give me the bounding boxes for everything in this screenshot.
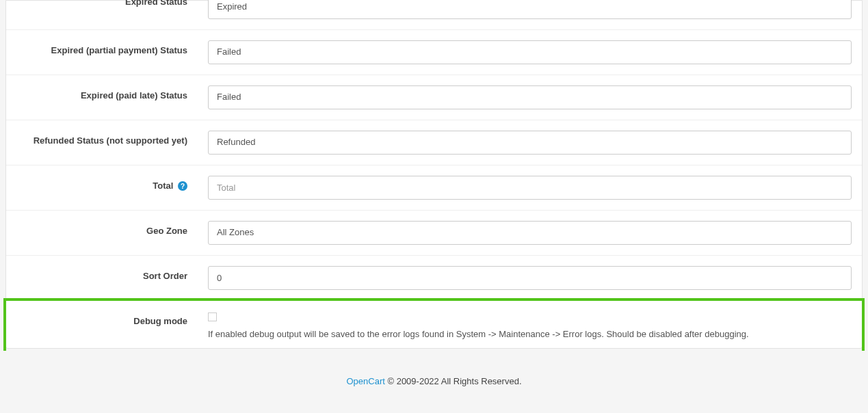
field-expired-partial: Expired (partial payment) Status Failed: [6, 30, 862, 75]
select-geo-zone[interactable]: All Zones: [208, 221, 852, 245]
label-expired-partial: Expired (partial payment) Status: [16, 40, 198, 55]
field-expired-paid-late: Expired (paid late) Status Failed: [6, 75, 862, 120]
label-geo-zone: Geo Zone: [16, 221, 198, 236]
select-expired-status[interactable]: Expired: [208, 0, 852, 19]
select-expired-paid-late[interactable]: Failed: [208, 85, 852, 109]
help-icon[interactable]: ?: [178, 181, 187, 191]
select-expired-partial[interactable]: Failed: [208, 40, 852, 64]
input-total[interactable]: [208, 176, 852, 200]
input-sort-order[interactable]: [208, 266, 852, 290]
field-sort-order: Sort Order: [6, 256, 862, 301]
label-refunded: Refunded Status (not supported yet): [16, 131, 198, 146]
settings-panel: Expired Status Expired Expired (partial …: [5, 0, 863, 349]
field-geo-zone: Geo Zone All Zones: [6, 211, 862, 256]
label-expired-paid-late: Expired (paid late) Status: [16, 85, 198, 101]
label-debug-mode: Debug mode: [16, 311, 198, 326]
footer-link[interactable]: OpenCart: [346, 376, 384, 386]
help-text-debug-mode: If enabled debug output will be saved to…: [208, 328, 852, 341]
select-refunded[interactable]: Refunded: [208, 131, 852, 155]
label-sort-order: Sort Order: [16, 266, 198, 281]
field-debug-mode: Debug mode If enabled debug output will …: [3, 298, 865, 351]
field-expired-status: Expired Status Expired: [6, 1, 862, 30]
footer-copyright: © 2009-2022 All Rights Reserved.: [385, 376, 522, 386]
checkbox-debug-mode[interactable]: [208, 312, 217, 321]
field-refunded: Refunded Status (not supported yet) Refu…: [6, 120, 862, 165]
label-total: Total ?: [16, 176, 198, 191]
label-expired-status: Expired Status: [16, 0, 198, 7]
footer: OpenCart © 2009-2022 All Rights Reserved…: [0, 349, 868, 393]
field-total: Total ?: [6, 165, 862, 211]
